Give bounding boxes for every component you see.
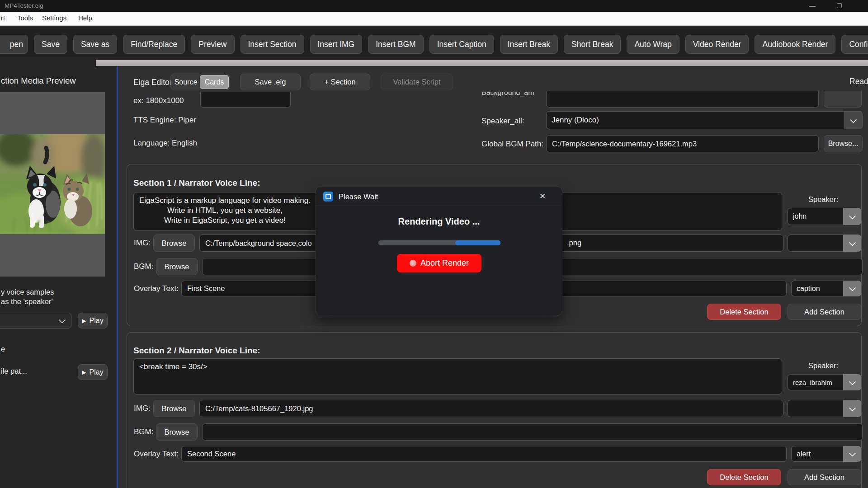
section1-img-label: IMG: <box>134 239 151 248</box>
render-progress-fill <box>455 240 500 245</box>
toolbar-insert-break-button[interactable]: Insert Break <box>500 35 558 54</box>
resolution-hint-label: ex: 1800x1000 <box>133 96 184 105</box>
section1-img-style-dropdown[interactable] <box>788 235 861 252</box>
app-icon <box>323 192 333 202</box>
tab-source[interactable]: Source <box>172 75 200 89</box>
chevron-down-icon[interactable] <box>843 235 861 252</box>
section2-header: Section 2 / Narrator Voice Line: <box>133 346 260 356</box>
play-file-button[interactable]: ▶ Play <box>78 364 108 380</box>
background-all-browse-button[interactable] <box>824 91 862 108</box>
toolbar-auto-wrap-button[interactable]: Auto Wrap <box>627 35 679 54</box>
section2-img-style-dropdown[interactable] <box>788 400 861 417</box>
section1-add-button[interactable]: Add Section <box>788 304 861 320</box>
section2-delete-button[interactable]: Delete Section <box>707 469 781 485</box>
toolbar-find-replace-button[interactable]: Find/Replace <box>123 35 185 54</box>
resolution-input[interactable] <box>200 92 291 108</box>
section2-img-browse-button[interactable]: Browse <box>153 400 195 417</box>
sidebar: ction Media Preview <box>0 66 117 488</box>
dialog-title: Please Wait <box>339 192 378 201</box>
rendering-message: Rendering Video ... <box>316 216 562 227</box>
validate-script-button[interactable]: Validate Script <box>381 74 453 90</box>
toolbar-video-render-button[interactable]: Video Render <box>685 35 749 54</box>
global-bgm-input[interactable]: C:/Temp/science-documentary-169621.mp3 <box>546 135 819 152</box>
toolbar-open-button[interactable]: pen <box>0 35 28 54</box>
editor-title: Eiga Editor <box>133 78 172 87</box>
global-bgm-browse-button[interactable]: Browse... <box>824 135 863 152</box>
voice-note-line1: y voice samples <box>1 288 54 296</box>
play-icon: ▶ <box>82 318 86 324</box>
play-icon: ▶ <box>82 369 86 375</box>
toolbar-short-break-button[interactable]: Short Break <box>564 35 621 54</box>
media-preview-label: ction Media Preview <box>1 76 76 86</box>
section2-bgm-path-input[interactable] <box>202 423 863 441</box>
section2-overlay-style-dropdown[interactable]: alert <box>791 446 861 462</box>
section1-delete-button[interactable]: Delete Section <box>707 304 781 320</box>
toolbar: pen Save Save as Find/Replace Preview In… <box>0 26 868 56</box>
section2-add-button[interactable]: Add Section <box>788 469 861 485</box>
file-path-stub: ile pat... <box>1 367 27 375</box>
toolbar-preview-button[interactable]: Preview <box>191 35 234 54</box>
render-progress-bar <box>378 240 500 245</box>
section1-header: Section 1 / Narrator Voice Line: <box>133 178 260 188</box>
toolbar-audiobook-render-button[interactable]: Audiobook Render <box>755 35 835 54</box>
maximize-icon[interactable] <box>837 3 842 8</box>
sidebar-stub-text: e <box>1 345 5 353</box>
chevron-down-icon[interactable] <box>844 111 863 129</box>
language-label: Language: English <box>133 139 197 148</box>
menu-item-clipped[interactable]: rt <box>1 14 5 22</box>
chevron-down-icon[interactable] <box>843 446 861 462</box>
title-bar: MP4Tester.eig <box>0 0 868 12</box>
please-wait-dialog: Please Wait ✕ Rendering Video ... Abort … <box>316 187 562 315</box>
chevron-down-icon[interactable] <box>843 208 861 225</box>
close-icon[interactable]: ✕ <box>539 192 546 201</box>
toolbar-save-button[interactable]: Save <box>34 35 67 54</box>
background-all-input[interactable] <box>546 91 819 108</box>
abort-record-icon <box>410 260 416 267</box>
section2-speaker-label: Speaker: <box>808 361 838 370</box>
global-bgm-label: Global BGM Path: <box>481 140 543 149</box>
tab-cards[interactable]: Cards <box>200 75 229 89</box>
background-all-label-clipped: Background_am <box>481 92 542 99</box>
dialog-title-bar[interactable]: Please Wait ✕ <box>316 187 562 206</box>
horizontal-scrollbar[interactable] <box>96 60 868 66</box>
toolbar-config-button[interactable]: Config <box>841 35 868 54</box>
voice-sample-dropdown[interactable] <box>0 313 71 328</box>
toolbar-insert-img-button[interactable]: Insert IMG <box>310 35 363 54</box>
toolbar-insert-bgm-button[interactable]: Insert BGM <box>368 35 424 54</box>
section2-bgm-browse-button[interactable]: Browse <box>156 423 198 441</box>
toolbar-insert-section-button[interactable]: Insert Section <box>241 35 304 54</box>
media-preview-panel <box>0 92 105 277</box>
section2-speaker-dropdown[interactable]: reza_ibrahim <box>788 374 861 390</box>
section2-img-label: IMG: <box>134 404 151 413</box>
window-title: MP4Tester.eig <box>5 2 43 9</box>
section2-overlay-label: Overlay Text: <box>134 450 179 459</box>
section1-speaker-label: Speaker: <box>808 195 838 204</box>
menu-item-help[interactable]: Help <box>78 14 92 22</box>
speaker-all-dropdown[interactable]: Jenny (Dioco) <box>546 111 863 129</box>
menu-item-settings[interactable]: Settings <box>42 14 66 22</box>
chevron-down-icon[interactable] <box>843 374 861 390</box>
chevron-down-icon[interactable] <box>843 400 861 417</box>
section1-bgm-browse-button[interactable]: Browse <box>156 258 198 275</box>
section2-overlay-input[interactable]: Second Scene <box>181 446 787 462</box>
toolbar-insert-caption-button[interactable]: Insert Caption <box>429 35 494 54</box>
section2-img-path-input[interactable]: C:/Temp/cats-8105667_1920.jpg <box>199 400 783 417</box>
menu-item-tools[interactable]: Tools <box>17 14 33 22</box>
add-section-header-button[interactable]: + Section <box>310 74 370 90</box>
play-voice-sample-button[interactable]: ▶ Play <box>78 313 108 328</box>
chevron-down-icon[interactable] <box>843 281 861 296</box>
section2-voice-line-textarea[interactable]: <break time = 30s/> <box>133 358 782 394</box>
tts-engine-label: TTS Engine: Piper <box>133 116 196 125</box>
section1-img-browse-button[interactable]: Browse <box>153 235 195 252</box>
section1-overlay-style-dropdown[interactable]: caption <box>791 281 861 296</box>
save-eig-button[interactable]: Save .eig <box>240 74 301 90</box>
toolbar-save-as-button[interactable]: Save as <box>73 35 117 54</box>
view-tabs: Source Cards <box>170 74 230 90</box>
voice-note-line2: as the 'speaker' <box>1 297 53 306</box>
section1-bgm-label: BGM: <box>134 262 153 271</box>
section2-bgm-label: BGM: <box>134 427 153 436</box>
abort-render-button[interactable]: Abort Render <box>397 254 481 272</box>
minimize-icon[interactable] <box>809 6 816 7</box>
section1-speaker-dropdown[interactable]: john <box>788 208 861 225</box>
chevron-down-icon <box>59 316 66 324</box>
